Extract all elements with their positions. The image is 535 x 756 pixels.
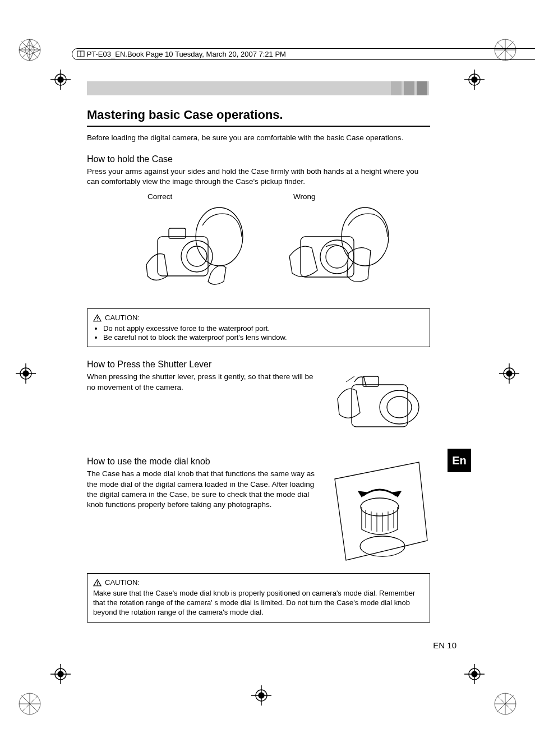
svg-line-7	[30, 50, 34, 61]
svg-point-70	[380, 390, 419, 424]
section-modedial: How to use the mode dial knob The Case h…	[87, 457, 430, 563]
caution1-item-0: Do not apply excessive force to the wate…	[103, 324, 424, 333]
svg-point-84	[97, 584, 98, 586]
section-shutter: How to Press the Shutter Lever When pres…	[87, 359, 430, 446]
svg-point-68	[97, 320, 98, 321]
hold-heading: How to hold the Case	[87, 154, 430, 164]
hold-body: Press your arms against your sides and h…	[87, 167, 430, 187]
color-bar	[87, 81, 429, 95]
modedial-illustration	[324, 457, 430, 563]
reg-cross-mr	[499, 363, 519, 386]
caution2-label: CAUTION:	[105, 578, 140, 587]
shutter-heading: How to Press the Shutter Lever	[87, 359, 316, 370]
svg-point-82	[360, 536, 405, 556]
page-number: EN 10	[433, 640, 456, 650]
section-hold: How to hold the Case Press your arms aga…	[87, 154, 430, 298]
svg-point-66	[326, 246, 348, 268]
svg-rect-59	[158, 237, 208, 276]
intro-text: Before loading the digital camera, be su…	[87, 133, 430, 142]
caution-box-1: CAUTION: Do not apply excessive force to…	[87, 308, 430, 347]
running-head: PT-E03_EN.Book Page 10 Tuesday, March 20…	[72, 48, 535, 60]
reg-cross-br	[464, 664, 485, 686]
reg-cross-bl	[50, 664, 71, 686]
modedial-body: The Case has a mode dial knob that that …	[87, 469, 316, 510]
svg-line-11	[30, 45, 40, 50]
crop-starburst-top-left	[18, 38, 41, 64]
reg-cross-ml	[16, 363, 36, 386]
svg-line-9	[19, 45, 30, 50]
svg-line-5	[30, 39, 34, 50]
hold-wrong-label: Wrong	[270, 192, 393, 201]
content-area: Mastering basic Case operations. Before …	[87, 108, 430, 623]
svg-marker-80	[358, 491, 366, 497]
caution2-body: Make sure that the Case's mode dial knob…	[93, 589, 424, 617]
language-tab: En	[448, 449, 471, 472]
svg-line-8	[25, 50, 30, 61]
svg-point-73	[361, 498, 399, 516]
reg-cross-bc	[251, 685, 271, 708]
svg-marker-81	[393, 491, 401, 497]
modedial-heading: How to use the mode dial knob	[87, 457, 316, 467]
reg-cross-tr	[464, 70, 485, 92]
caution1-label: CAUTION:	[105, 314, 140, 322]
hold-correct-label: Correct	[124, 192, 247, 201]
svg-line-6	[25, 39, 30, 50]
reg-cross-tl	[50, 70, 71, 92]
caution-box-2: CAUTION: Make sure that the Case's mode …	[87, 573, 430, 623]
book-icon	[77, 50, 85, 58]
page-container: PT-E03_EN.Book Page 10 Tuesday, March 20…	[0, 0, 535, 756]
hold-correct-illustration	[124, 203, 247, 298]
warning-icon	[93, 579, 102, 587]
crop-starburst-bottom-left	[18, 692, 41, 718]
svg-line-10	[19, 50, 30, 54]
caution1-item-1: Be careful not to block the waterproof p…	[103, 333, 424, 342]
warning-icon	[93, 314, 102, 322]
svg-point-61	[187, 246, 207, 266]
svg-line-12	[30, 50, 40, 54]
hold-wrong-illustration	[270, 203, 393, 298]
shutter-illustration	[324, 359, 430, 446]
running-head-text: PT-E03_EN.Book Page 10 Tuesday, March 20…	[87, 50, 286, 58]
shutter-body: When pressing the shutter lever, press i…	[87, 372, 316, 392]
crop-starburst-bottom-right	[494, 692, 517, 718]
color-boxes	[391, 81, 427, 95]
title-underline	[87, 126, 430, 127]
page-title: Mastering basic Case operations.	[87, 108, 430, 126]
